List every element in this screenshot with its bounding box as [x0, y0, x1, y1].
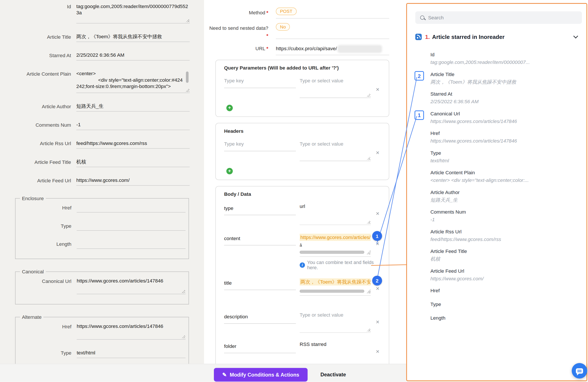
starred-at-label: Starred At	[0, 52, 76, 60]
field-item-article-rss-url[interactable]: Article Rss Url feed/https://www.gcores.…	[430, 228, 583, 242]
horizontal-scrollbar[interactable]	[300, 251, 364, 254]
form-row-starred-at: Starred At 2/25/2022 6:36:56 AM	[0, 52, 204, 60]
field-item-article-feed-title[interactable]: Article Feed Title 机核	[430, 248, 583, 262]
remove-row-icon[interactable]: ×	[376, 241, 379, 247]
canonical-url-textarea[interactable]: https://www.gcores.com/articles/147846	[77, 277, 186, 294]
resize-handle[interactable]	[367, 220, 370, 224]
mapped-field-token[interactable]: https://www.gcores.com/articles/14	[300, 234, 371, 241]
remove-row-icon[interactable]: ×	[376, 211, 379, 217]
id-textarea[interactable]: tag:google.com,2005:reader/item/00000007…	[76, 3, 190, 23]
resize-handle[interactable]	[367, 328, 370, 332]
enclosure-length-input[interactable]	[77, 241, 186, 249]
alternate-href-textarea[interactable]: https://www.gcores.com/articles/147846	[77, 323, 186, 340]
url-input[interactable]: https://cubox.pro/c/api/save/	[276, 44, 389, 55]
article-feed-title-input[interactable]: 机核	[76, 158, 190, 167]
article-author-input[interactable]: 短路天兵_生	[76, 103, 190, 112]
field-item-type-2[interactable]: Type	[430, 301, 583, 308]
header-value-placeholder: Type or select value	[300, 141, 343, 147]
chat-widget-button[interactable]	[572, 363, 587, 379]
remove-row-icon[interactable]: ×	[376, 87, 379, 93]
query-parameters-box: Query Parameters (Will be added to URL a…	[215, 60, 389, 117]
field-item-comments-num[interactable]: Comments Num -1	[430, 209, 583, 223]
field-item-canonical-url[interactable]: 1 Canonical Url https://www.gcores.com/a…	[430, 110, 583, 124]
add-header-button[interactable]: +	[226, 168, 233, 175]
vertical-scrollbar[interactable]	[186, 71, 189, 83]
body-key-title[interactable]: title	[224, 278, 296, 290]
body-value-description[interactable]: Type or select value ×	[300, 312, 371, 333]
enclosure-href-input[interactable]	[77, 204, 186, 213]
modify-conditions-button[interactable]: ✎ Modify Conditions & Actions	[214, 368, 308, 382]
enclosure-type-input[interactable]	[77, 222, 186, 230]
form-row-enclosure-href: Href	[15, 204, 189, 213]
body-value-type[interactable]: url ×	[300, 203, 371, 225]
field-item-href[interactable]: Href https://www.gcores.com/articles/147…	[430, 130, 583, 144]
form-row-enclosure-type: Type	[15, 222, 189, 230]
field-item-article-feed-url[interactable]: Article Feed Url https://www.gcores.com/	[430, 268, 583, 282]
article-title-input[interactable]: 两次，《Toem》将我从焦躁不安中拯救	[76, 33, 190, 42]
field-item-article-title[interactable]: 2 Article Title 两次，《Toem》将我从焦躁不安中拯救	[430, 71, 583, 85]
body-value-folder[interactable]: RSS starred ×	[300, 341, 371, 356]
field-item-length[interactable]: Length	[430, 315, 583, 321]
body-value-content-extra: å	[300, 243, 371, 248]
body-key-description[interactable]: description	[224, 312, 296, 324]
chevron-down-icon[interactable]	[573, 34, 578, 39]
search-input[interactable]: Search	[415, 11, 582, 24]
deactivate-button[interactable]: Deactivate	[320, 372, 346, 378]
body-value-title[interactable]: 两次，《Toem》将我从焦躁不安中拯 × 2	[300, 278, 371, 296]
article-feed-url-input[interactable]: https://www.gcores.com/	[76, 177, 190, 186]
resize-handle[interactable]	[367, 156, 370, 160]
field-value: 两次，《Toem》将我从焦躁不安中拯救	[430, 79, 583, 85]
article-rss-url-input[interactable]: feed/https://www.gcores.com/rss	[76, 140, 190, 149]
comments-num-input[interactable]: -1	[76, 121, 190, 130]
form-row-article-author: Article Author 短路天兵_生	[0, 103, 204, 112]
field-item-starred-at[interactable]: Starred At 2/25/2022 6:36:56 AM	[430, 91, 583, 105]
resize-handle[interactable]	[367, 93, 370, 97]
field-value: 2/25/2022 6:36:56 AM	[430, 98, 583, 105]
trigger-section-header[interactable]: 1. Article starred in Inoreader	[415, 34, 581, 40]
method-field[interactable]: POST	[276, 8, 389, 19]
query-value-input[interactable]: Type or select value ×	[300, 77, 371, 98]
nested-data-chip[interactable]: No	[276, 23, 290, 31]
field-item-article-author[interactable]: Article Author 短路天兵_生	[430, 189, 583, 203]
body-key-folder[interactable]: folder	[224, 341, 296, 353]
field-item-article-content-plain[interactable]: Article Content Plain <center> <div styl…	[430, 169, 583, 183]
remove-row-icon[interactable]: ×	[376, 319, 379, 325]
method-label-text: Method	[249, 10, 265, 15]
field-item-href-2[interactable]: Href	[430, 288, 583, 294]
resize-handle[interactable]	[366, 289, 371, 293]
field-label: Length	[430, 315, 583, 321]
alternate-group: Alternate Href https://www.gcores.com/ar…	[15, 314, 189, 364]
body-key-content[interactable]: content	[224, 233, 296, 246]
starred-at-input[interactable]: 2/25/2022 6:36:56 AM	[76, 52, 190, 60]
alternate-type-input[interactable]: text/html	[77, 349, 186, 358]
resize-handle[interactable]	[366, 250, 371, 254]
horizontal-scrollbar[interactable]	[300, 290, 364, 293]
info-icon: i	[300, 263, 305, 268]
field-label: Href	[430, 288, 583, 294]
field-item-type[interactable]: Type text/html	[430, 150, 583, 164]
add-query-parameter-button[interactable]: +	[226, 105, 233, 111]
article-content-plain-textarea[interactable]: <center> <div style="text-align:center;c…	[76, 70, 190, 93]
chat-icon	[576, 368, 583, 373]
header-value-input[interactable]: Type or select value ×	[300, 140, 371, 161]
resize-handle[interactable]	[186, 88, 189, 92]
mapped-field-token[interactable]: 两次，《Toem》将我从焦躁不安中拯	[300, 278, 371, 286]
resize-handle[interactable]	[181, 335, 185, 338]
remove-row-icon[interactable]: ×	[376, 349, 379, 355]
resize-handle[interactable]	[181, 289, 185, 293]
form-row-article-rss-url: Article Rss Url feed/https://www.gcores.…	[0, 140, 204, 149]
field-list: Id tag:google.com,2005:reader/item/00000…	[407, 51, 587, 321]
remove-row-icon[interactable]: ×	[376, 286, 379, 292]
canonical-legend: Canonical	[20, 269, 46, 274]
remove-row-icon[interactable]: ×	[376, 150, 379, 156]
header-key-input[interactable]: Type key	[224, 140, 296, 151]
nested-data-field[interactable]: No	[276, 23, 389, 39]
body-value-content[interactable]: https://www.gcores.com/articles/14 å × 1	[300, 233, 371, 257]
resize-handle[interactable]	[186, 19, 189, 22]
body-key-type[interactable]: type	[224, 203, 296, 215]
query-key-input[interactable]: Type key	[224, 77, 296, 88]
field-label: Canonical Url	[430, 110, 583, 117]
method-chip[interactable]: POST	[276, 8, 296, 15]
field-item-id[interactable]: Id tag:google.com,2005:reader/item/00000…	[430, 51, 583, 66]
search-icon	[420, 15, 424, 20]
